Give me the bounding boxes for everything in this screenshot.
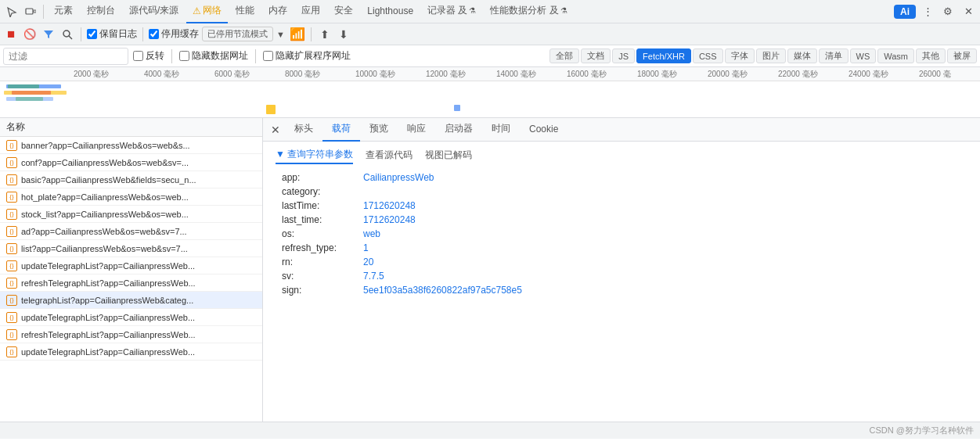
more-tools-icon[interactable]: ⋮ <box>919 3 936 20</box>
export-button[interactable]: ⬇ <box>336 27 351 42</box>
xhr-icon: {} <box>6 346 17 357</box>
type-btn-WS[interactable]: WS <box>850 48 877 63</box>
detail-tab-headers[interactable]: 标头 <box>285 118 322 142</box>
type-btn-CSS[interactable]: CSS <box>693 48 723 63</box>
disable-cache-checkbox[interactable]: 停用缓存 <box>149 27 199 41</box>
tab-perf-insights[interactable]: 性能数据分析 及 ⚗ <box>484 0 573 23</box>
request-item[interactable]: {}telegraphList?app=CailianpressWeb&cate… <box>0 292 262 309</box>
type-btn-图片[interactable]: 图片 <box>756 48 786 63</box>
request-item[interactable]: {}basic?app=CailianpressWeb&fields=secu_… <box>0 171 262 188</box>
request-list-header: 名称 <box>0 118 262 137</box>
timeline-tick: 20000 毫秒 <box>708 69 748 80</box>
request-item[interactable]: {}refreshTelegraphList?app=CailianpressW… <box>0 275 262 292</box>
warning-icon: ⚠ <box>193 5 201 16</box>
tab-console[interactable]: 控制台 <box>81 0 121 23</box>
cursor-icon[interactable] <box>3 3 20 20</box>
type-btn-Wasm[interactable]: Wasm <box>877 48 914 63</box>
ai-button[interactable]: Ai <box>894 5 916 19</box>
request-item[interactable]: {}banner?app=CailianpressWeb&os=web&s... <box>0 137 262 154</box>
timeline-tick: 2000 毫秒 <box>74 69 109 80</box>
throttle-dropdown-button[interactable]: ▼ <box>276 30 285 39</box>
tab-security[interactable]: 安全 <box>328 0 359 23</box>
preserve-log-checkbox[interactable]: 保留日志 <box>87 27 137 41</box>
svg-point-2 <box>63 31 70 37</box>
type-btn-文档[interactable]: 文档 <box>581 48 611 63</box>
toolbar-separator-1 <box>43 5 44 19</box>
box-icon[interactable] <box>22 3 39 20</box>
param-key: lastTime: <box>282 200 360 211</box>
timeline-tick: 10000 毫秒 <box>355 69 395 80</box>
tab-sources[interactable]: 源代码/来源 <box>123 0 185 23</box>
timeline-bar <box>12 91 51 95</box>
request-item[interactable]: {}conf?app=CailianpressWeb&os=web&sv=... <box>0 154 262 171</box>
detail-tab-preview[interactable]: 预览 <box>360 118 398 142</box>
type-btn-全部[interactable]: 全部 <box>549 48 579 63</box>
hide-data-urls-checkbox[interactable]: 隐藏数据网址 <box>179 49 248 63</box>
detail-tab-initiator[interactable]: 启动器 <box>435 118 482 142</box>
type-btn-JS[interactable]: JS <box>612 48 635 63</box>
request-item[interactable]: {}updateTelegraphList?app=CailianpressWe… <box>0 257 262 275</box>
type-btn-被屏[interactable]: 被屏 <box>947 48 977 63</box>
xhr-icon: {} <box>6 278 17 289</box>
detail-tab-response[interactable]: 响应 <box>398 118 435 142</box>
param-row: lastTime:1712620248 <box>276 200 967 211</box>
clear-button[interactable]: 🚫 <box>22 27 38 42</box>
param-key: rn: <box>282 257 360 267</box>
param-key: last_time: <box>282 214 360 225</box>
request-name: telegraphList?app=CailianpressWeb&categ.… <box>21 296 259 305</box>
timeline-tick: 6000 毫秒 <box>214 69 250 80</box>
detail-tab-timing[interactable]: 时间 <box>482 118 520 142</box>
timeline-tick: 14000 毫秒 <box>496 69 536 80</box>
close-detail-button[interactable]: ✕ <box>266 120 285 139</box>
tab-memory[interactable]: 内存 <box>262 0 294 23</box>
param-value: 20 <box>363 257 373 267</box>
timeline-ruler: 2000 毫秒4000 毫秒6000 毫秒8000 毫秒10000 毫秒1200… <box>0 67 980 81</box>
timeline-bar <box>16 97 43 101</box>
request-name: updateTelegraphList?app=CailianpressWeb.… <box>21 261 259 271</box>
filter-toggle-button[interactable] <box>41 27 56 42</box>
type-btn-字体[interactable]: 字体 <box>725 48 755 63</box>
param-key: app: <box>282 172 360 183</box>
request-item[interactable]: {}updateTelegraphList?app=CailianpressWe… <box>0 343 262 361</box>
close-devtools-icon[interactable]: ✕ <box>960 3 977 20</box>
throttle-mode-badge: 已停用节流模式 <box>202 27 273 41</box>
invert-checkbox[interactable]: 反转 <box>133 49 164 63</box>
tab-network[interactable]: ⚠ 网络 <box>186 0 228 23</box>
import-button[interactable]: ⬆ <box>317 27 333 42</box>
timeline-tick: 26000 毫 <box>919 69 951 80</box>
param-row: os:web <box>276 228 967 239</box>
tab-elements[interactable]: 元素 <box>48 0 79 23</box>
param-row: refresh_type:1 <box>276 242 967 253</box>
request-item[interactable]: {}list?app=CailianpressWeb&os=web&sv=7..… <box>0 240 262 257</box>
type-btn-媒体[interactable]: 媒体 <box>787 48 817 63</box>
detail-tab-payload[interactable]: 载荷 <box>322 118 360 142</box>
payload-sub-tab-decoded[interactable]: 视图已解码 <box>425 149 472 163</box>
search-button[interactable] <box>59 27 75 42</box>
request-item[interactable]: {}hot_plate?app=CailianpressWeb&os=web..… <box>0 188 262 206</box>
request-item[interactable]: {}ad?app=CailianpressWeb&os=web&sv=7... <box>0 223 262 240</box>
tab-lighthouse[interactable]: Lighthouse <box>361 0 420 23</box>
type-btn-Fetch/XHR[interactable]: Fetch/XHR <box>636 48 691 63</box>
request-item[interactable]: {}refreshTelegraphList?app=CailianpressW… <box>0 326 262 343</box>
settings-icon[interactable]: ⚙ <box>939 3 957 20</box>
request-item[interactable]: {}stock_list?app=CailianpressWeb&os=web.… <box>0 206 262 223</box>
hide-extensions-checkbox[interactable]: 隐藏扩展程序网址 <box>263 49 351 63</box>
detail-tab-cookie[interactable]: Cookie <box>520 118 567 142</box>
request-name: basic?app=CailianpressWeb&fields=secu_n.… <box>21 175 259 185</box>
tab-recorder[interactable]: 记录器 及 ⚗ <box>421 0 482 23</box>
record-button[interactable]: ⏹ <box>3 27 19 42</box>
tab-performance[interactable]: 性能 <box>229 0 261 23</box>
network-toolbar: ⏹ 🚫 保留日志 停用缓存 已停用节流模式 ▼ 📶 ⬆ ⬇ <box>0 23 980 45</box>
watermark-text: CSDN @努力学习名种软件 <box>870 425 974 436</box>
filter-input[interactable] <box>3 48 128 65</box>
payload-sub-tab-source[interactable]: 查看源代码 <box>366 149 413 163</box>
tab-application[interactable]: 应用 <box>295 0 326 23</box>
wifi-icon: 📶 <box>290 27 305 41</box>
payload-sub-tabs: ▼ 查询字符串参数查看源代码视图已解码 <box>276 148 967 164</box>
request-item[interactable]: {}updateTelegraphList?app=CailianpressWe… <box>0 309 262 326</box>
type-btn-清单[interactable]: 清单 <box>819 48 848 63</box>
param-value: web <box>363 228 380 239</box>
param-value: 1 <box>363 242 369 253</box>
payload-sub-tab-query[interactable]: ▼ 查询字符串参数 <box>276 148 353 164</box>
type-btn-其他[interactable]: 其他 <box>916 48 946 63</box>
